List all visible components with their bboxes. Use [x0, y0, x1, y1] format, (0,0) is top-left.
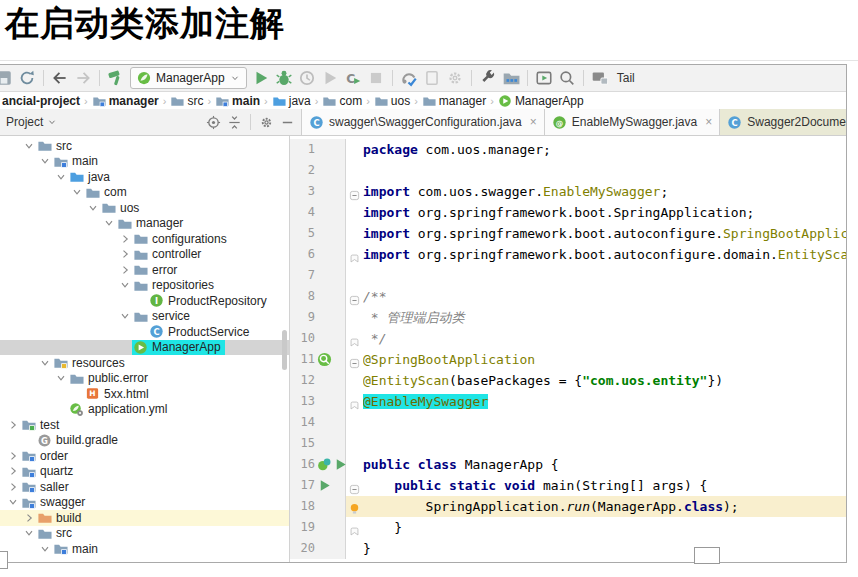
tree-item-src[interactable]: src: [0, 138, 289, 154]
tree-item-java[interactable]: java: [0, 169, 289, 185]
breadcrumb-item-manager[interactable]: manager: [92, 94, 159, 108]
breadcrumb-item-uos[interactable]: uos: [374, 94, 410, 108]
chevron-expanded-icon[interactable]: [38, 357, 52, 369]
chevron-expanded-icon[interactable]: [102, 217, 116, 229]
code-line-6[interactable]: 6import org.springframework.boot.autocon…: [290, 244, 846, 265]
breadcrumb-item-src[interactable]: src: [170, 94, 203, 108]
tree-item-build[interactable]: build: [0, 510, 289, 526]
chevron-collapsed-icon[interactable]: [118, 248, 132, 260]
chevron-collapsed-icon[interactable]: [6, 465, 20, 477]
fold-marker-icon[interactable]: [346, 244, 363, 265]
code-line-17[interactable]: 17 public static void main(String[] args…: [290, 475, 846, 496]
code-line-20[interactable]: 20}: [290, 538, 846, 559]
chevron-expanded-icon[interactable]: [70, 186, 84, 198]
tree-item-test[interactable]: test: [0, 417, 289, 433]
tree-item-application-yml[interactable]: application.yml: [0, 402, 289, 418]
close-icon[interactable]: ×: [530, 115, 537, 129]
chevron-expanded-icon[interactable]: [38, 543, 52, 555]
run-configuration-select[interactable]: ManagerApp: [130, 67, 247, 89]
fold-marker-icon[interactable]: [346, 286, 363, 307]
chevron-expanded-icon[interactable]: [54, 372, 68, 384]
code-line-7[interactable]: 7: [290, 265, 846, 286]
tree-item-main[interactable]: main: [0, 154, 289, 170]
breadcrumb-item-com[interactable]: com: [322, 94, 362, 108]
sync-icon[interactable]: [18, 69, 36, 87]
chevron-expanded-icon[interactable]: [22, 140, 36, 152]
wrench-icon[interactable]: [479, 69, 497, 87]
locate-icon[interactable]: [206, 115, 221, 130]
code-line-13[interactable]: 13@EnableMySwagger: [290, 391, 846, 412]
code-editor[interactable]: 1package com.uos.manager;23import com.uo…: [290, 136, 846, 562]
chevron-collapsed-icon[interactable]: [118, 264, 132, 276]
fold-marker-icon[interactable]: [346, 349, 363, 370]
chevron-collapsed-icon[interactable]: [118, 233, 132, 245]
tree-item-saller[interactable]: saller: [0, 479, 289, 495]
tree-item-uos[interactable]: uos: [0, 200, 289, 216]
tree-item-managerapp[interactable]: ManagerApp: [0, 340, 289, 356]
tree-item-quartz[interactable]: quartz: [0, 464, 289, 480]
tree-scrollbar[interactable]: [282, 330, 287, 370]
gear-icon[interactable]: [259, 115, 274, 130]
remote-host-icon[interactable]: [591, 69, 609, 87]
code-line-8[interactable]: 8/**: [290, 286, 846, 307]
tree-item-controller[interactable]: controller: [0, 247, 289, 263]
breadcrumb-item-manager[interactable]: manager: [422, 94, 486, 108]
code-line-15[interactable]: 15: [290, 433, 846, 454]
gradle-sync-icon[interactable]: [400, 69, 418, 87]
chevron-collapsed-icon[interactable]: [6, 481, 20, 493]
code-line-2[interactable]: 2: [290, 160, 846, 181]
fold-marker-icon[interactable]: [346, 328, 363, 349]
search-everywhere-icon[interactable]: [558, 69, 576, 87]
tree-item-resources[interactable]: resources: [0, 355, 289, 371]
code-line-3[interactable]: 3import com.uos.swagger.EnableMySwagger;: [290, 181, 846, 202]
code-line-11[interactable]: 11@SpringBootApplication: [290, 349, 846, 370]
close-icon[interactable]: ×: [705, 115, 712, 129]
chevron-expanded-icon[interactable]: [6, 496, 20, 508]
tree-item-service[interactable]: service: [0, 309, 289, 325]
code-line-10[interactable]: 10 */: [290, 328, 846, 349]
tree-item-productrepository[interactable]: IProductRepository: [0, 293, 289, 309]
chevron-collapsed-icon[interactable]: [22, 512, 36, 524]
code-line-19[interactable]: 19 }: [290, 517, 846, 538]
tree-item-com[interactable]: com: [0, 185, 289, 201]
tree-item-configurations[interactable]: configurations: [0, 231, 289, 247]
tree-item-public-error[interactable]: public.error: [0, 371, 289, 387]
code-line-18[interactable]: 18 SpringApplication.run(ManagerApp.clas…: [290, 496, 846, 517]
project-structure-icon[interactable]: [502, 69, 520, 87]
tree-item-manager[interactable]: manager: [0, 216, 289, 232]
tree-item-repositories[interactable]: repositories: [0, 278, 289, 294]
chevron-expanded-icon[interactable]: [118, 310, 132, 322]
tree-item-build-gradle[interactable]: Gbuild.gradle: [0, 433, 289, 449]
fold-marker-icon[interactable]: [346, 475, 363, 496]
coverage-button[interactable]: [298, 69, 316, 87]
chevron-collapsed-icon[interactable]: [6, 450, 20, 462]
editor-tab-Swagger2DocumentationConfiguration.java[interactable]: CSwagger2DocumentationConfiguration.java…: [720, 109, 846, 135]
run-icon[interactable]: [317, 478, 332, 493]
forward-icon[interactable]: [74, 69, 92, 87]
tail-label[interactable]: Tail: [614, 71, 638, 85]
code-line-4[interactable]: 4import org.springframework.boot.SpringA…: [290, 202, 846, 223]
code-line-16[interactable]: 16public class ManagerApp {: [290, 454, 846, 475]
editor-tab-swagger\SwaggerConfiguration.java[interactable]: Cswagger\SwaggerConfiguration.java×: [302, 109, 545, 135]
spring-search-icon[interactable]: [317, 352, 332, 367]
tree-item-src[interactable]: src: [0, 526, 289, 542]
chevron-collapsed-icon[interactable]: [6, 419, 20, 431]
run-button[interactable]: [252, 69, 270, 87]
tree-item-main[interactable]: main: [0, 541, 289, 557]
run-anything-icon[interactable]: [535, 69, 553, 87]
tree-item-order[interactable]: order: [0, 448, 289, 464]
breadcrumb-item-main[interactable]: main: [215, 94, 260, 108]
back-icon[interactable]: [51, 69, 69, 87]
chevron-expanded-icon[interactable]: [118, 279, 132, 291]
tree-item-productservice[interactable]: CProductService: [0, 324, 289, 340]
breadcrumb-item-java[interactable]: java: [272, 94, 311, 108]
fold-marker-icon[interactable]: [346, 517, 363, 538]
code-line-12[interactable]: 12@EntityScan(basePackages = {"com.uos.e…: [290, 370, 846, 391]
chevron-expanded-icon[interactable]: [54, 171, 68, 183]
spring-bean-icon[interactable]: [317, 457, 332, 472]
chevron-expanded-icon[interactable]: [22, 527, 36, 539]
fold-marker-icon[interactable]: [346, 391, 363, 412]
project-panel-header[interactable]: Project: [0, 109, 302, 135]
fold-marker-icon[interactable]: [346, 181, 363, 202]
breadcrumb-item-ManagerApp[interactable]: ManagerApp: [498, 94, 584, 108]
